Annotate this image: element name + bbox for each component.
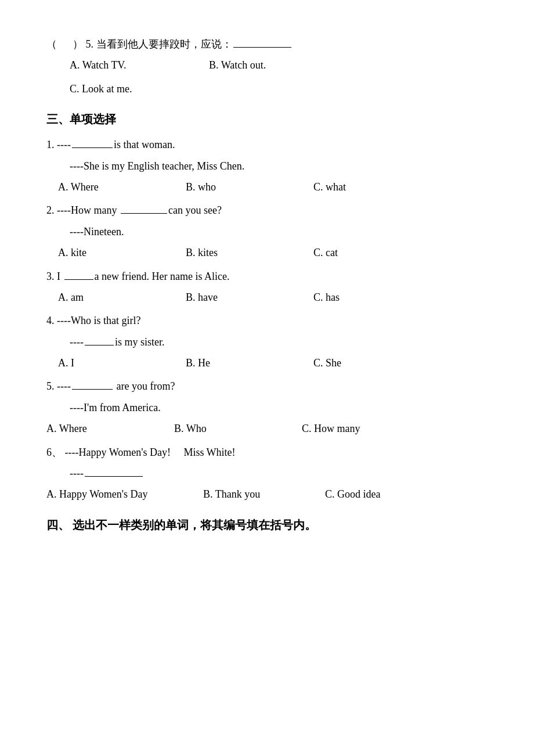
- section3-q2: 2. ----How many can you see? ----Ninetee…: [46, 201, 488, 262]
- q5-option-c: C. Look at me.: [70, 80, 197, 98]
- q4-line2: ----is my sister.: [46, 333, 488, 351]
- q2-line2: ----Nineteen.: [46, 222, 488, 241]
- q5s3-line1: 5. ---- are you from?: [46, 377, 488, 395]
- q1-line1: 1. ----is that woman.: [46, 135, 488, 154]
- q4-option-b: B. He: [186, 354, 302, 372]
- q6-line1: 6、 ----Happy Women's Day! Miss White!: [46, 443, 488, 462]
- section3-title: 三、单项选择: [46, 109, 488, 129]
- q4-blank: [85, 345, 114, 345]
- q1-line2: ----She is my English teacher, Miss Chen…: [46, 157, 488, 175]
- section3-q4: 4. ----Who is that girl? ----is my siste…: [46, 311, 488, 372]
- q5-option-b: B. Watch out.: [209, 56, 325, 74]
- q3-option-a: A. am: [58, 288, 174, 307]
- q5s3-line2: ----I'm from America.: [46, 398, 488, 417]
- q2-option-b: B. kites: [186, 243, 302, 262]
- q2-blank: [121, 213, 167, 214]
- section3-q3: 3. I a new friend. Her name is Alice. A.…: [46, 267, 488, 307]
- q5-options: A. Watch TV. B. Watch out.: [46, 56, 488, 74]
- q5s3-option-b: B. Who: [174, 419, 290, 438]
- q1-option-a: A. Where: [58, 178, 174, 196]
- q6-blank: [85, 476, 143, 477]
- q1-blank: [72, 147, 113, 148]
- section4-title: 四、 选出不一样类别的单词，将其编号填在括号内。: [46, 514, 488, 535]
- q1-options: A. Where B. who C. what: [46, 178, 488, 196]
- q4-options: A. I B. He C. She: [46, 354, 488, 372]
- q1-option-c: C. what: [313, 178, 441, 196]
- q3-option-c: C. has: [313, 288, 441, 307]
- q5-options-c: C. Look at me.: [46, 80, 488, 98]
- q1-option-b: B. who: [186, 178, 302, 196]
- q4-line1: 4. ----Who is that girl?: [46, 311, 488, 330]
- q2-options: A. kite B. kites C. cat: [46, 243, 488, 262]
- section3-q6: 6、 ----Happy Women's Day! Miss White! --…: [46, 443, 488, 504]
- q3-blank: [64, 279, 93, 280]
- section3-q1: 1. ----is that woman. ----She is my Engl…: [46, 135, 488, 196]
- q5s3-options: A. Where B. Who C. How many: [46, 419, 488, 438]
- q6-option-b: B. Thank you: [203, 485, 308, 503]
- q6-line2: ----: [46, 464, 488, 483]
- q5-header: （ ） （ ）5. 5. 当看到他人要摔跤时，应说：: [46, 35, 488, 53]
- section2-q5: （ ） （ ）5. 5. 当看到他人要摔跤时，应说： A. Watch TV. …: [46, 35, 488, 98]
- q5-answer-blank: [233, 47, 291, 48]
- q5s3-option-c: C. How many: [302, 419, 430, 438]
- q5-option-a: A. Watch TV.: [70, 56, 197, 74]
- q4-option-c: C. She: [313, 354, 441, 372]
- q2-line1: 2. ----How many can you see?: [46, 201, 488, 219]
- q6-option-a: A. Happy Women's Day: [46, 485, 186, 503]
- q6-options: A. Happy Women's Day B. Thank you C. Goo…: [46, 485, 488, 503]
- q3-option-b: B. have: [186, 288, 302, 307]
- q3-line1: 3. I a new friend. Her name is Alice.: [46, 267, 488, 286]
- q4-option-a: A. I: [58, 354, 174, 372]
- section3-q5: 5. ---- are you from? ----I'm from Ameri…: [46, 377, 488, 438]
- section3: 三、单项选择 1. ----is that woman. ----She is …: [46, 109, 488, 504]
- q2-option-c: C. cat: [313, 243, 441, 262]
- q5s3-blank: [72, 389, 113, 390]
- q3-options: A. am B. have C. has: [46, 288, 488, 307]
- q5s3-option-a: A. Where: [46, 419, 163, 438]
- q5-num-display: 5. 当看到他人要摔跤时，应说：: [86, 38, 293, 50]
- section4: 四、 选出不一样类别的单词，将其编号填在括号内。: [46, 514, 488, 535]
- q6-option-c: C. Good idea: [325, 485, 453, 503]
- q2-option-a: A. kite: [58, 243, 174, 262]
- q5-paren-label: （ ）: [46, 38, 83, 50]
